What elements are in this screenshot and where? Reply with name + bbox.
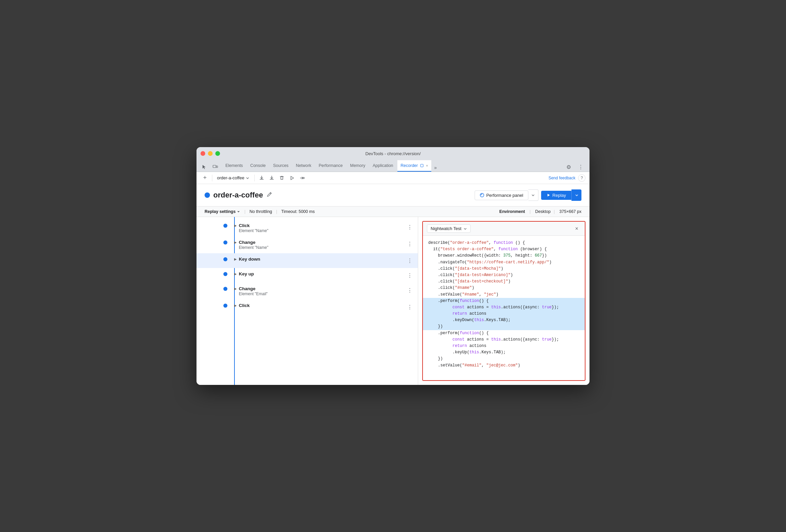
traffic-lights <box>201 151 220 156</box>
play-button[interactable] <box>287 174 296 182</box>
help-button[interactable]: ? <box>578 174 585 182</box>
tab-sources[interactable]: Sources <box>270 160 292 171</box>
step-type: Key down <box>239 257 260 262</box>
step-type: Change <box>239 286 256 291</box>
close-button[interactable] <box>201 151 205 156</box>
desktop-text: Desktop <box>535 209 551 214</box>
devtools-window: DevTools - chrome://version/ Elements Co… <box>196 147 590 385</box>
titlebar: DevTools - chrome://version/ <box>196 147 590 160</box>
step-more-button[interactable]: ⋮ <box>406 271 414 279</box>
code-body[interactable]: describe("order-a-coffee", function () {… <box>423 236 585 380</box>
recording-indicator <box>205 192 210 198</box>
perf-panel-dropdown[interactable] <box>528 189 538 201</box>
toolbar-divider-1 <box>212 175 212 181</box>
cursor-icon[interactable] <box>199 162 209 171</box>
replay-settings-toggle[interactable]: Replay settings <box>205 209 240 214</box>
step-keydown[interactable]: ▶ Key down ⋮ <box>196 253 418 268</box>
recording-header: order-a-coffee Performance panel <box>196 184 590 207</box>
steps-list: ▶ Click Element "Name" ⋮ ▶ <box>196 217 418 385</box>
tab-performance[interactable]: Performance <box>316 160 346 171</box>
recording-actions: Performance panel Replay <box>475 189 581 201</box>
timeout-text: Timeout: 5000 ms <box>281 209 315 214</box>
step-more-button[interactable]: ⋮ <box>406 286 414 294</box>
window-title: DevTools - chrome://version/ <box>366 151 421 156</box>
step-expand-icon[interactable]: ▶ <box>234 272 237 276</box>
tabs-overflow-btn[interactable]: » <box>432 164 439 171</box>
step-more-button[interactable]: ⋮ <box>406 240 414 248</box>
replay-settings-bar: Replay settings | No throttling | Timeou… <box>196 207 590 217</box>
step-type: Click <box>239 223 250 228</box>
step-more-button[interactable]: ⋮ <box>406 223 414 231</box>
step-dot <box>223 272 227 276</box>
step-keyup[interactable]: ▶ Key up ⋮ <box>196 268 418 283</box>
step-dot <box>223 304 227 308</box>
step-dot <box>223 287 227 291</box>
device-toggle-icon[interactable] <box>211 162 220 171</box>
step-change-2[interactable]: ▶ Change Element "Email" ⋮ <box>196 283 418 300</box>
add-recording-button[interactable]: + <box>201 174 209 182</box>
replay-settings-right: Environment | Desktop | 375×667 px <box>500 209 581 214</box>
import-button[interactable] <box>268 174 276 182</box>
recorder-tab-close[interactable]: × <box>426 164 428 168</box>
perf-panel-button[interactable]: Performance panel <box>475 190 528 200</box>
step-type: Key up <box>239 271 254 276</box>
step-more-button[interactable]: ⋮ <box>406 257 414 265</box>
send-feedback-link[interactable]: Send feedback <box>549 176 575 180</box>
edit-title-icon[interactable] <box>267 191 272 199</box>
minimize-button[interactable] <box>208 151 213 156</box>
step-expand-icon[interactable]: ▶ <box>234 287 237 291</box>
devtools-tab-bar: Elements Console Sources Network Perform… <box>196 160 590 172</box>
step-click-2[interactable]: ▶ Click ⋮ <box>196 300 418 315</box>
steps-container: ▶ Click Element "Name" ⋮ ▶ <box>196 217 590 385</box>
recorder-toolbar: + order-a-coffee Send feedback ? <box>196 172 590 184</box>
step-more-button[interactable]: ⋮ <box>406 303 414 311</box>
step-expand-icon[interactable]: ▶ <box>234 224 237 227</box>
svg-rect-1 <box>216 166 218 168</box>
step-dot <box>223 240 227 245</box>
recording-selector[interactable]: order-a-coffee <box>215 175 252 181</box>
toolbar-right: Send feedback ? <box>549 174 585 182</box>
code-panel-close-button[interactable]: × <box>573 225 581 233</box>
replay-dropdown[interactable] <box>571 189 581 201</box>
more-options-icon[interactable]: ⋮ <box>576 162 585 171</box>
replay-group: Replay <box>541 189 581 201</box>
tabs-right-area: ⚙ ⋮ <box>564 162 587 171</box>
step-detail: Element "Name" <box>234 228 406 233</box>
step-change-1[interactable]: ▶ Change Element "Name" ⋮ <box>196 236 418 253</box>
step-detail: Element "Email" <box>234 292 406 296</box>
content-area: order-a-coffee Performance panel <box>196 184 590 385</box>
step-dot <box>223 224 227 228</box>
replay-settings-left: Replay settings | No throttling | Timeou… <box>205 209 315 214</box>
svg-rect-0 <box>213 165 216 168</box>
export-button[interactable] <box>257 174 266 182</box>
maximize-button[interactable] <box>215 151 220 156</box>
delete-button[interactable] <box>277 174 286 182</box>
toolbar-divider-2 <box>254 175 255 181</box>
replay-button[interactable]: Replay <box>541 191 571 200</box>
format-selector[interactable]: Nightwatch Test <box>427 224 470 233</box>
settings-icon[interactable]: ⚙ <box>564 162 573 171</box>
step-dot <box>223 257 227 261</box>
recording-title-area: order-a-coffee <box>205 191 272 200</box>
no-throttling-text: No throttling <box>250 209 272 214</box>
step-type: Change <box>239 240 256 245</box>
tab-network[interactable]: Network <box>293 160 315 171</box>
step-expand-icon[interactable]: ▶ <box>234 304 237 307</box>
tab-recorder[interactable]: Recorder × <box>397 160 432 171</box>
environment-label: Environment <box>500 209 525 214</box>
step-expand-icon[interactable]: ▶ <box>234 240 237 244</box>
perf-panel-group: Performance panel <box>475 189 538 201</box>
step-detail: Element "Name" <box>234 245 406 250</box>
tab-elements[interactable]: Elements <box>222 160 246 171</box>
tab-memory[interactable]: Memory <box>347 160 368 171</box>
viewport-size-text: 375×667 px <box>559 209 581 214</box>
step-button[interactable] <box>298 174 306 182</box>
tab-console[interactable]: Console <box>247 160 269 171</box>
tab-application[interactable]: Application <box>369 160 396 171</box>
step-expand-icon[interactable]: ▶ <box>234 257 237 261</box>
step-click-1[interactable]: ▶ Click Element "Name" ⋮ <box>196 219 418 236</box>
recording-title: order-a-coffee <box>213 191 263 200</box>
code-panel: Nightwatch Test × describe("order-a-coff… <box>422 221 585 381</box>
code-panel-header: Nightwatch Test × <box>423 222 585 236</box>
step-type: Click <box>239 303 250 308</box>
